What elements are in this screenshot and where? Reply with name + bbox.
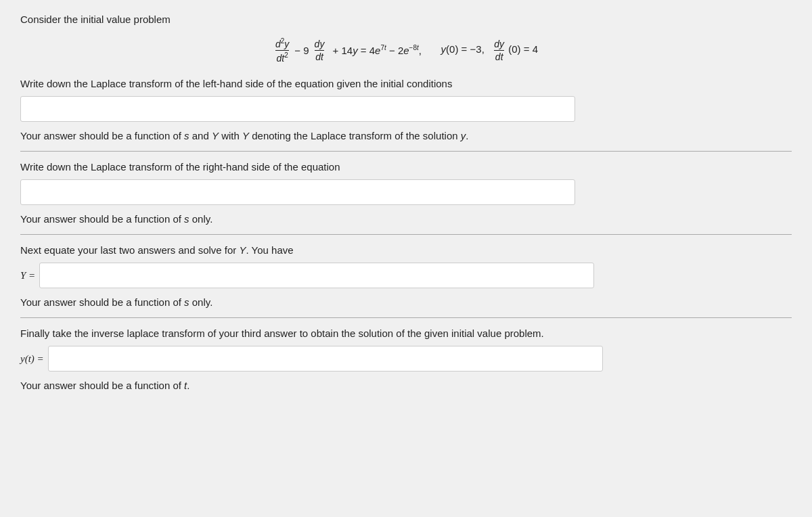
Y-equals-label: Y = [20, 270, 35, 282]
section-solve-Y: Next equate your last two answers and so… [20, 244, 792, 308]
section-lhs-laplace: Write down the Laplace transform of the … [20, 78, 792, 141]
rhs-laplace-input[interactable] [20, 179, 575, 205]
section-inverse-label: Finally take the inverse laplace transfo… [20, 328, 792, 339]
section-lhs-label: Write down the Laplace transform of the … [20, 78, 792, 89]
equation-display: d2y dt2 − 9 dy dt + 14y = 4e7t − 2e−8t, … [20, 37, 792, 63]
fraction-dy-dt-ic: dy dt [494, 39, 504, 62]
section-rhs-label: Write down the Laplace transform of the … [20, 161, 792, 173]
section-inverse-laplace: Finally take the inverse laplace transfo… [20, 328, 792, 391]
minus-sign: − 9 [294, 45, 309, 56]
divider-3 [20, 317, 792, 318]
problem-title: Consider the initial value problem [20, 14, 792, 25]
rhs-laplace-hint: Your answer should be a function of s on… [20, 213, 792, 225]
yt-equals-label: y(t) = [20, 353, 44, 365]
section-solve-Y-label: Next equate your last two answers and so… [20, 244, 792, 256]
solve-Y-input[interactable] [39, 263, 594, 288]
fraction-dy-dt: dy dt [315, 39, 325, 62]
lhs-laplace-input[interactable] [20, 96, 575, 122]
divider-1 [20, 151, 792, 152]
inverse-laplace-input[interactable] [48, 346, 603, 372]
inverse-laplace-hint: Your answer should be a function of t. [20, 380, 792, 391]
initial-conditions: y(0) = −3, dy dt (0) = 4 [441, 39, 538, 62]
yt-input-row: y(t) = [20, 346, 792, 372]
divider-2 [20, 234, 792, 235]
Y-input-row: Y = [20, 263, 792, 288]
fraction-d2y-dt2: d2y dt2 [275, 37, 289, 63]
section-rhs-laplace: Write down the Laplace transform of the … [20, 161, 792, 225]
lhs-laplace-hint: Your answer should be a function of s an… [20, 130, 792, 141]
plus-14y: + 14y = 4e7t − 2e−8t, [330, 44, 422, 56]
solve-Y-hint: Your answer should be a function of s on… [20, 296, 792, 308]
